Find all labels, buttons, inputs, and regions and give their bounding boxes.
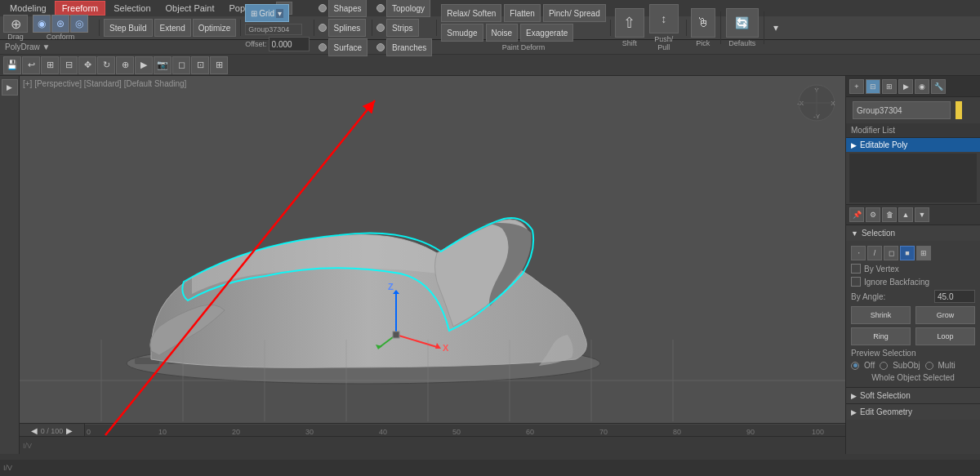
defaults-btn[interactable]: 🔄 (726, 8, 759, 38)
layers-icon-btn[interactable]: ⊞ (41, 56, 59, 74)
viewport[interactable]: [+] [Perspective] [Standard] [Default Sh… (20, 76, 845, 454)
mod-up-btn[interactable]: ▲ (898, 207, 913, 222)
rp-icon-modify[interactable]: ⊟ (866, 79, 880, 94)
modifier-list-header: Modifier List (846, 123, 980, 138)
sel-border-icon[interactable]: ◻ (884, 246, 898, 260)
menu-modeling[interactable]: Modeling (3, 2, 53, 15)
drag-icon-btn[interactable]: ⊕ (3, 15, 28, 33)
svg-text:20: 20 (232, 428, 240, 436)
optimize-btn[interactable]: Optimize (193, 19, 236, 37)
pick-btn[interactable]: 🖰 (691, 8, 715, 38)
conform-group: ◉ ⊛ ◎ Conform (33, 15, 88, 41)
sel-vertex-icon[interactable]: ⬝ (851, 246, 866, 260)
mod-config-btn[interactable]: ⚙ (866, 207, 880, 222)
sel-poly-icon[interactable]: ■ (900, 246, 915, 260)
polydraw-label[interactable]: PolyDraw ▼ (5, 42, 50, 51)
extra-icon-btn[interactable]: ⊞ (210, 56, 228, 74)
ignore-backfacing-check[interactable] (851, 277, 861, 287)
grid-btn[interactable]: ⊞ Grid ▾ (245, 4, 289, 22)
rp-icon-create[interactable]: + (849, 79, 864, 94)
shift-btn[interactable]: ⇧ (615, 8, 644, 38)
menu-freeform[interactable]: Freeform (55, 1, 106, 16)
select-icon-btn[interactable]: ◻ (172, 56, 190, 74)
smudge-btn[interactable]: Smudge (441, 24, 483, 42)
exaggerate-btn[interactable]: Exaggerate (520, 24, 573, 42)
shapes-btn[interactable]: Shapes (328, 0, 368, 17)
preview-multi-radio[interactable] (925, 362, 933, 370)
rotate-icon-btn[interactable]: ↻ (97, 56, 115, 74)
preview-subobj-radio[interactable] (880, 362, 888, 370)
rp-icon-group: + ⊟ ⊞ ▶ ◉ 🔧 (849, 79, 946, 94)
conform-btn3[interactable]: ◎ (70, 15, 88, 33)
rp-tools-row: 📌 ⚙ 🗑 ▲ ▼ (846, 204, 980, 225)
step-build-btn[interactable]: Step Build (104, 19, 153, 37)
splines-radio[interactable] (318, 24, 327, 32)
object-name-field[interactable] (853, 101, 951, 119)
splines-btn[interactable]: Splines (328, 19, 367, 37)
grid-dropdown-icon[interactable]: ▾ (276, 9, 283, 18)
move-icon-btn[interactable]: ✥ (78, 56, 96, 74)
wire-icon-btn[interactable]: ⊡ (191, 56, 209, 74)
shapes-group: Shapes Splines Surface (318, 0, 368, 56)
sel-element-icon[interactable]: ⊞ (916, 246, 931, 260)
conform-btn2[interactable]: ⊛ (51, 15, 69, 33)
selection-header[interactable]: ▼ Selection (846, 225, 980, 241)
save-icon-btn[interactable]: 💾 (3, 56, 21, 74)
shrink-btn[interactable]: Shrink (851, 306, 911, 324)
nav-gizmo[interactable]: Y -Y -X X (796, 82, 837, 123)
hierarchy-icon-btn[interactable]: ⊟ (60, 56, 78, 74)
topology-radio[interactable] (376, 4, 385, 12)
by-angle-input[interactable] (934, 290, 975, 303)
by-angle-row: By Angle: (851, 288, 975, 305)
snap-icon-btn[interactable]: ⊕ (116, 56, 134, 74)
grow-btn[interactable]: Grow (915, 306, 975, 324)
surface-btn[interactable]: Surface (328, 38, 368, 56)
shapes-radio[interactable] (318, 4, 327, 12)
rp-icon-motion[interactable]: ▶ (898, 79, 913, 94)
edit-geometry-header[interactable]: ▶ Edit Geometry (846, 404, 980, 420)
preview-off-radio[interactable] (851, 362, 859, 370)
conform-btn1[interactable]: ◉ (33, 15, 51, 33)
rp-icon-hierarchy[interactable]: ⊞ (882, 79, 897, 94)
relax-btn[interactable]: Relax/ Soften (441, 4, 501, 22)
grid-group: ⊞ Grid ▾ Group37304 Offset: (245, 4, 309, 51)
timeline-next-btn[interactable]: ▶ (66, 426, 73, 435)
flatten-btn[interactable]: Flatten (504, 4, 541, 22)
push-pull-btn[interactable]: ↕ (649, 4, 679, 33)
by-vertex-check[interactable] (851, 264, 861, 274)
pinch-btn[interactable]: Pinch/ Spread (543, 4, 606, 22)
multi-label: Multi (938, 361, 956, 370)
topology-btn[interactable]: Topology (386, 0, 430, 17)
mod-down-btn[interactable]: ▼ (915, 207, 929, 222)
menu-object-paint[interactable]: Object Paint (159, 2, 221, 15)
surface-radio[interactable] (318, 43, 327, 51)
undo-icon-btn[interactable]: ↩ (22, 56, 40, 74)
extend-btn[interactable]: Extend (154, 19, 191, 37)
camera-icon-btn[interactable]: 📷 (154, 56, 172, 74)
render-icon-btn[interactable]: ▶ (135, 56, 153, 74)
rp-icon-display[interactable]: ◉ (915, 79, 929, 94)
ignore-backfacing-row: Ignore Backfacing (851, 275, 975, 288)
ring-btn[interactable]: Ring (851, 327, 911, 345)
more-btn[interactable]: ▾ (769, 11, 782, 44)
conform-label: Conform (47, 33, 75, 41)
rp-icon-utilities[interactable]: 🔧 (931, 79, 946, 94)
strips-radio[interactable] (376, 24, 385, 32)
push-pull-label: Push/Pull (654, 35, 673, 51)
branches-btn[interactable]: Branches (386, 38, 432, 56)
strips-btn[interactable]: Strips (386, 19, 419, 37)
sel-edge-icon[interactable]: / (867, 246, 882, 260)
soft-selection-header[interactable]: ▶ Soft Selection (846, 388, 980, 403)
offset-input[interactable] (269, 37, 310, 51)
timeline-prev-btn[interactable]: ◀ (31, 426, 38, 435)
whole-object-status: Whole Object Selected (851, 371, 975, 384)
play-btn[interactable]: ▶ (2, 79, 18, 96)
noise-btn[interactable]: Noise (486, 24, 519, 42)
menu-selection[interactable]: Selection (107, 2, 157, 15)
loop-btn[interactable]: Loop (915, 327, 975, 345)
modifier-name: Editable Poly (860, 140, 907, 149)
modifier-item-editable-poly[interactable]: ▶ Editable Poly (846, 138, 980, 152)
branches-radio[interactable] (376, 43, 385, 51)
mod-delete-btn[interactable]: 🗑 (882, 207, 897, 222)
mod-pin-btn[interactable]: 📌 (849, 207, 864, 222)
